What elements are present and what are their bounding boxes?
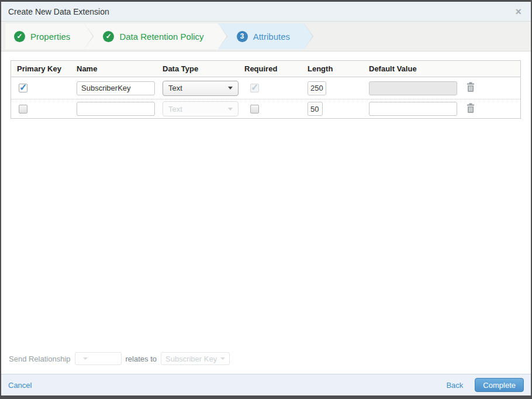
data-type-value: Text <box>168 105 182 113</box>
data-type-value: Text <box>168 84 182 92</box>
content-spacer <box>11 119 521 350</box>
data-type-dropdown[interactable]: Text <box>163 81 239 96</box>
required-checkbox[interactable] <box>250 105 259 113</box>
header-primary-key: Primary Key <box>11 64 77 73</box>
modal-titlebar: Create New Data Extension × <box>1 2 531 22</box>
step-complete-check-icon: ✓ <box>14 31 25 42</box>
step-label: Data Retention Policy <box>119 32 203 42</box>
step-label: Attributes <box>253 32 290 42</box>
attribute-row: Text <box>11 77 520 99</box>
header-required: Required <box>244 64 308 73</box>
step-data-retention-policy[interactable]: ✓ Data Retention Policy <box>84 23 217 49</box>
step-number-badge: 3 <box>237 31 248 42</box>
header-default-value: Default Value <box>369 64 461 73</box>
relates-to-label: relates to <box>126 355 157 363</box>
back-link[interactable]: Back <box>446 381 463 390</box>
data-type-dropdown: Text <box>163 101 239 116</box>
close-icon[interactable]: × <box>513 6 524 17</box>
trash-icon[interactable] <box>466 82 475 92</box>
create-data-extension-modal: Create New Data Extension × ✓ Properties… <box>0 0 532 399</box>
trash-icon[interactable] <box>466 103 475 113</box>
wizard-steps: ✓ Properties ✓ Data Retention Policy 3 A… <box>1 22 531 51</box>
modal-footer: Cancel Back Complete <box>1 374 531 395</box>
attributes-table: Primary Key Name Data Type Required Leng… <box>11 60 521 119</box>
modal-title: Create New Data Extension <box>8 7 109 16</box>
modal-content: Primary Key Name Data Type Required Leng… <box>1 51 531 374</box>
length-input[interactable] <box>308 102 323 116</box>
primary-key-checkbox[interactable] <box>19 105 27 113</box>
primary-key-checkbox[interactable] <box>19 84 27 92</box>
step-label: Properties <box>30 32 70 42</box>
complete-button[interactable]: Complete <box>475 378 524 392</box>
default-value-input[interactable] <box>369 102 457 116</box>
required-checkbox <box>250 84 259 92</box>
footer-actions: Back Complete <box>446 378 524 392</box>
step-attributes[interactable]: 3 Attributes <box>218 23 304 49</box>
header-length: Length <box>308 64 369 73</box>
cancel-link[interactable]: Cancel <box>8 381 32 390</box>
table-header-row: Primary Key Name Data Type Required Leng… <box>11 61 520 77</box>
send-relationship-row: Send Relationship relates to Subscriber … <box>9 350 521 374</box>
default-value-input <box>369 81 457 95</box>
caret-down-icon <box>83 357 88 360</box>
name-input[interactable] <box>77 102 155 116</box>
attribute-row: Text <box>11 99 520 118</box>
relates-to-target-value: Subscriber Key <box>165 355 217 363</box>
step-complete-check-icon: ✓ <box>103 31 114 42</box>
name-input[interactable] <box>77 81 155 95</box>
step-properties[interactable]: ✓ Properties <box>5 23 84 49</box>
caret-down-icon <box>220 357 225 360</box>
length-input[interactable] <box>308 81 326 95</box>
send-relationship-label: Send Relationship <box>9 355 71 363</box>
header-name: Name <box>77 64 163 73</box>
send-relationship-field-dropdown <box>75 352 122 365</box>
caret-down-icon <box>228 108 233 111</box>
header-data-type: Data Type <box>163 64 244 73</box>
relates-to-target-dropdown: Subscriber Key <box>161 352 230 365</box>
caret-down-icon <box>228 87 233 90</box>
